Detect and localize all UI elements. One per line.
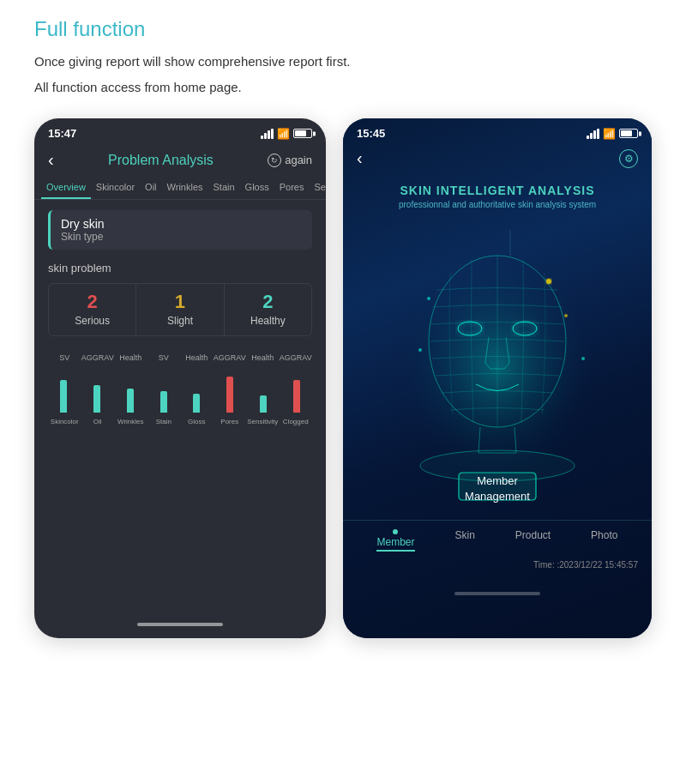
right-wifi-icon: 📶: [603, 128, 616, 140]
tab-oil[interactable]: Oil: [140, 177, 161, 199]
tab-wrinkles[interactable]: Wrinkles: [162, 177, 208, 199]
bar-label-skincolor: Skincolor: [48, 418, 81, 425]
stat-slight: 1 Slight: [135, 284, 223, 335]
bar-label-pores: Pores: [214, 418, 247, 425]
nav-title: Problem Analysis: [108, 153, 214, 168]
stat-slight-label: Slight: [141, 315, 218, 327]
left-time: 15:47: [48, 127, 76, 140]
stat-serious-number: 2: [54, 292, 130, 311]
right-nav: ‹ ⚙: [343, 145, 652, 175]
page-desc-1: Once giving report will show comprehensi…: [34, 51, 652, 72]
member-label-line2: Management: [465, 490, 530, 503]
nav-member-dot: [393, 529, 398, 534]
right-bottom-nav[interactable]: Member Skin Product Photo: [343, 520, 652, 557]
problem-stats: 2 Serious 1 Slight 2 Healthy: [48, 283, 312, 336]
face-area: Member Management: [343, 213, 652, 513]
tab-overview[interactable]: Overview: [41, 177, 91, 199]
again-label: again: [285, 154, 312, 166]
right-status-icons: 📶: [587, 128, 638, 140]
bar-label-sensitivity: Sensitivity: [246, 418, 280, 425]
skin-title-area: SKIN INTELLIGENT ANALYSIS professionnal …: [343, 175, 652, 213]
skin-title-sub: professionnal and authoritative skin ana…: [357, 200, 638, 209]
tab-sensitivity[interactable]: Sensitivity: [309, 177, 326, 199]
bar-wrinkles-health: [127, 389, 134, 413]
tab-skincolor[interactable]: Skincolor: [91, 177, 140, 199]
left-status-bar: 15:47 📶: [34, 118, 326, 145]
left-status-icons: 📶: [261, 128, 312, 140]
right-time: 15:45: [357, 127, 385, 140]
skin-type-name: Dry skin: [61, 217, 302, 231]
wifi-icon: 📶: [277, 128, 290, 140]
bar-label-stain: Stain: [147, 418, 181, 425]
tab-gloss[interactable]: Gloss: [240, 177, 274, 199]
svg-point-14: [418, 348, 422, 352]
tab-pores[interactable]: Pores: [274, 177, 310, 199]
nav-member-label: Member: [376, 536, 414, 548]
page-desc-2: All function access from home page.: [34, 77, 652, 98]
nav-product-label: Product: [515, 529, 551, 541]
skin-problem-title: skin problem: [34, 256, 326, 280]
bar-skincolor-sv: [60, 380, 67, 413]
bar-pores-aggrav: [226, 377, 233, 413]
right-signal-icon: [587, 129, 599, 139]
nav-skin-label: Skin: [454, 529, 474, 541]
face-visualization: Member Management: [357, 221, 638, 513]
skin-title-main: SKIN INTELLIGENT ANALYSIS: [357, 184, 638, 197]
bar-sensitivity-health: [260, 395, 267, 413]
svg-point-13: [427, 297, 430, 300]
home-indicator: [34, 607, 326, 638]
nav-skin[interactable]: Skin: [454, 529, 474, 552]
bar-label-wrinkles: Wrinkles: [114, 418, 147, 425]
right-phone: 15:45 📶 ‹ ⚙: [343, 118, 652, 638]
left-nav: ‹ Problem Analysis ↻ again: [34, 145, 326, 177]
bar-label-clogged: Clogged: [280, 418, 313, 425]
stat-serious: 2 Serious: [49, 284, 135, 335]
bar-label-oil: Oil: [81, 418, 115, 425]
page-title: Full function: [34, 17, 652, 41]
bar-label-gloss: Gloss: [180, 418, 214, 425]
timestamp: Time: :2023/12/22 15:45:57: [343, 557, 652, 576]
right-phone-content: 15:45 📶 ‹ ⚙: [343, 118, 652, 607]
skin-type-label: Skin type: [61, 231, 302, 243]
bar-gloss-health: [193, 394, 200, 413]
nav-member[interactable]: Member: [376, 529, 414, 552]
right-home-indicator: [343, 576, 652, 607]
right-back-button[interactable]: ‹: [357, 148, 363, 168]
stat-healthy-number: 2: [230, 292, 306, 311]
bar-chart: SV AGGRAV Health SV Health AGGRAV Health…: [34, 347, 326, 436]
svg-point-11: [546, 279, 551, 284]
nav-photo-label: Photo: [591, 529, 617, 541]
member-overlay: Member Management: [465, 473, 530, 504]
tab-stain[interactable]: Stain: [208, 177, 240, 199]
svg-point-15: [581, 357, 585, 360]
stat-serious-label: Serious: [54, 315, 130, 327]
bar-oil-aggrav: [93, 385, 100, 413]
stat-slight-number: 1: [141, 292, 218, 311]
stat-healthy: 2 Healthy: [224, 284, 311, 335]
right-battery-icon: [619, 129, 638, 138]
back-button[interactable]: ‹: [48, 150, 54, 170]
face-svg: [377, 230, 617, 504]
skin-type-box: Dry skin Skin type: [48, 210, 312, 250]
svg-point-12: [564, 314, 568, 317]
bar-clogged-aggrav: [293, 380, 300, 413]
battery-icon: [293, 129, 312, 138]
again-button[interactable]: ↻ again: [268, 154, 312, 167]
screenshots-row: 15:47 📶 ‹ Problem Analysis ↻ again: [34, 118, 652, 638]
signal-icon: [261, 129, 274, 139]
left-phone: 15:47 📶 ‹ Problem Analysis ↻ again: [34, 118, 326, 638]
gear-icon[interactable]: ⚙: [619, 149, 638, 168]
refresh-icon: ↻: [268, 154, 281, 167]
tab-bar[interactable]: Overview Skincolor Oil Wrinkles Stain Gl…: [34, 177, 326, 200]
nav-photo[interactable]: Photo: [591, 529, 617, 552]
right-status-bar: 15:45 📶: [343, 118, 652, 145]
bar-stain-sv: [160, 391, 167, 413]
member-label-line1: Member: [477, 474, 518, 487]
stat-healthy-label: Healthy: [230, 315, 306, 327]
nav-product[interactable]: Product: [515, 529, 551, 552]
